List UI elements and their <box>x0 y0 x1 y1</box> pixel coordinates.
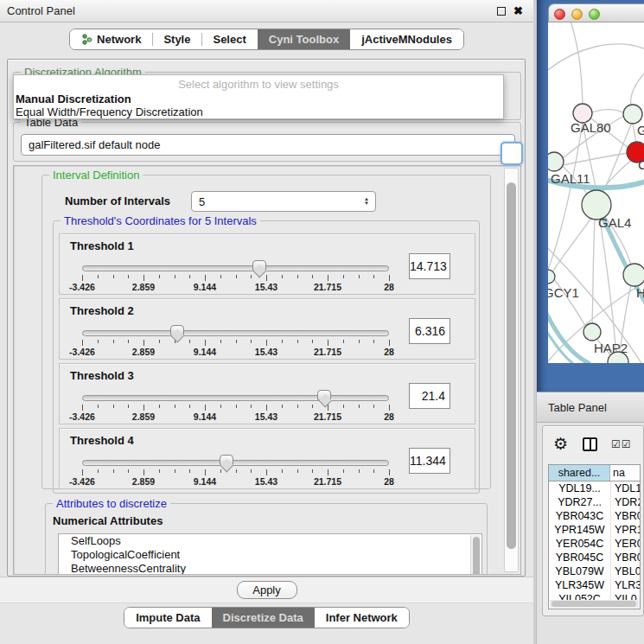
checkbox-icons[interactable]: ☑☑ <box>611 438 632 450</box>
threshold-value-field[interactable]: 21.4 <box>409 383 450 409</box>
network-edge[interactable] <box>631 70 644 105</box>
network-edge[interactable] <box>592 220 595 323</box>
column-header-name[interactable]: na <box>610 465 640 481</box>
cell-shared-name[interactable]: YDR27... <box>549 495 610 509</box>
tab-select[interactable]: Select <box>201 29 257 49</box>
tab-impute-data[interactable]: Impute Data <box>124 608 211 628</box>
column-header-shared[interactable]: shared... <box>549 465 610 481</box>
algorithm-option-manual[interactable]: Manual Discretization <box>14 92 503 105</box>
close-traffic-light-icon[interactable] <box>554 9 565 20</box>
network-edge[interactable] <box>548 44 644 74</box>
threshold-slider-thumb[interactable] <box>252 260 266 271</box>
slider-tick <box>113 340 114 343</box>
table-row[interactable]: YDL19...YDL1 <box>549 481 640 495</box>
cell-shared-name[interactable]: YIL052C <box>549 592 610 600</box>
slider-tick-label: 21.715 <box>314 282 341 292</box>
tab-infer-network[interactable]: Infer Network <box>315 608 409 628</box>
algorithm-combo-fragment[interactable] <box>501 142 523 165</box>
threshold-value-field[interactable]: 14.713 <box>409 253 450 279</box>
cell-name[interactable]: YBL0 <box>610 564 640 578</box>
threshold-slider-thumb[interactable] <box>220 455 233 465</box>
slider-tick <box>189 340 190 343</box>
table-row[interactable]: YER054CYER0 <box>549 537 640 551</box>
cell-name[interactable]: YBR0 <box>610 509 640 523</box>
threshold-slider-thumb[interactable] <box>317 390 331 400</box>
network-node-h[interactable] <box>623 264 644 286</box>
threshold-slider-track[interactable] <box>82 265 389 271</box>
minimize-traffic-light-icon[interactable] <box>571 9 583 20</box>
panel-scrollbar-thumb[interactable] <box>507 182 516 549</box>
threshold-value-field[interactable]: 6.316 <box>409 318 450 344</box>
network-node-gcy1[interactable] <box>548 270 555 284</box>
cell-shared-name[interactable]: YBR045C <box>549 551 610 564</box>
tab-jactivemnodules[interactable]: jActiveMNodules <box>350 29 463 49</box>
network-window-titlebar[interactable] <box>548 3 644 22</box>
cell-shared-name[interactable]: YLR345W <box>549 578 610 592</box>
cell-name[interactable]: YPR1 <box>610 523 640 537</box>
cell-shared-name[interactable]: YDL19... <box>549 481 610 495</box>
cell-shared-name[interactable]: YER054C <box>549 537 610 551</box>
network-edge[interactable] <box>633 124 636 143</box>
panel-scrollbar[interactable] <box>504 168 519 572</box>
tab-style[interactable]: Style <box>152 29 201 49</box>
threshold-slider-thumb[interactable] <box>170 325 184 335</box>
threshold-slider-track[interactable] <box>82 395 389 401</box>
number-of-intervals-select[interactable]: 5 ▲▼ <box>191 191 376 212</box>
network-edge[interactable] <box>592 110 623 112</box>
cell-shared-name[interactable]: YBR043C <box>549 509 610 523</box>
tab-network[interactable]: Network <box>70 29 152 49</box>
slider-tick <box>236 405 237 408</box>
cell-name[interactable]: YER0 <box>610 537 640 551</box>
network-edge[interactable] <box>570 22 583 104</box>
slider-tick <box>128 340 129 343</box>
network-node-gal11[interactable] <box>548 152 564 171</box>
attribute-list-item[interactable]: TopologicalCoefficient <box>59 548 481 562</box>
apply-button[interactable]: Apply <box>237 581 297 599</box>
threshold-slider-track[interactable] <box>82 460 389 466</box>
float-window-icon[interactable] <box>497 7 506 16</box>
tab-discretize-data[interactable]: Discretize Data <box>212 608 315 628</box>
table-row[interactable]: YIL052CYIL0 <box>549 592 640 600</box>
table-row[interactable]: YBR043CYBR0 <box>549 509 640 523</box>
threshold-value-field[interactable]: 11.344 <box>409 448 450 474</box>
split-columns-icon[interactable] <box>583 437 597 451</box>
cell-name[interactable]: YBR0 <box>610 551 640 564</box>
cell-name[interactable]: YIL0 <box>610 592 640 600</box>
cell-shared-name[interactable]: YPR145W <box>549 523 610 537</box>
table-h-scrollbar[interactable] <box>550 600 639 608</box>
right-side: GAL80GACGAL11GAL4GCY1HHAP2 Table Panel ⚙… <box>533 0 644 644</box>
table-row[interactable]: YDR27...YDR2 <box>549 495 640 509</box>
cyni-toolbox-panel: Discretization Algorithm Table Data galF… <box>7 59 526 577</box>
cell-name[interactable]: YDR2 <box>610 495 640 509</box>
cell-shared-name[interactable]: YBL079W <box>549 564 610 578</box>
threshold-panel: Threshold 3-3.4262.8599.14415.4321.71528… <box>59 363 475 424</box>
network-canvas[interactable]: GAL80GACGAL11GAL4GCY1HHAP2 <box>548 22 644 363</box>
cell-name[interactable]: YLR3 <box>610 578 640 592</box>
attribute-list-item[interactable]: SelfLoops <box>59 534 481 548</box>
tab-cyni-toolbox[interactable]: Cyni Toolbox <box>258 29 350 49</box>
attribute-list-item[interactable]: BetweennessCentrality <box>59 562 481 575</box>
numerical-attributes-list[interactable]: SelfLoopsTopologicalCoefficientBetweenne… <box>58 533 482 575</box>
close-icon[interactable]: ✖ <box>513 7 523 16</box>
table-row[interactable]: YBR045CYBR0 <box>549 551 640 564</box>
zoom-traffic-light-icon[interactable] <box>589 9 600 20</box>
algorithm-prompt-option[interactable]: Select algorithm to view settings <box>14 77 503 92</box>
network-node-ga[interactable] <box>623 105 642 124</box>
cell-name[interactable]: YDL1 <box>610 481 640 495</box>
network-edge[interactable] <box>552 218 591 272</box>
threshold-slider-track[interactable] <box>82 330 389 336</box>
list-scrollbar[interactable] <box>470 535 481 575</box>
table-h-scrollbar-thumb[interactable] <box>552 601 636 607</box>
node-attribute-table[interactable]: shared... na YDL19...YDL1YDR27...YDR2YBR… <box>548 464 641 609</box>
table-row[interactable]: YLR345WYLR3 <box>549 578 640 592</box>
table-row[interactable]: YPR145WYPR1 <box>549 523 640 537</box>
table-data-select[interactable]: galFiltered.sif default node ▲▼ <box>21 134 515 156</box>
gear-icon[interactable]: ⚙ <box>553 436 568 453</box>
slider-tick <box>312 340 313 343</box>
list-scrollbar-thumb[interactable] <box>473 537 480 575</box>
network-edge[interactable] <box>564 153 628 165</box>
table-row[interactable]: YBL079WYBL0 <box>549 564 640 578</box>
network-node-hap2[interactable] <box>583 323 601 341</box>
algorithm-option-equal-width[interactable]: Equal Width/Frequency Discretization <box>14 105 503 118</box>
table-panel-toolbar: ⚙ ☑☑ <box>543 433 632 456</box>
